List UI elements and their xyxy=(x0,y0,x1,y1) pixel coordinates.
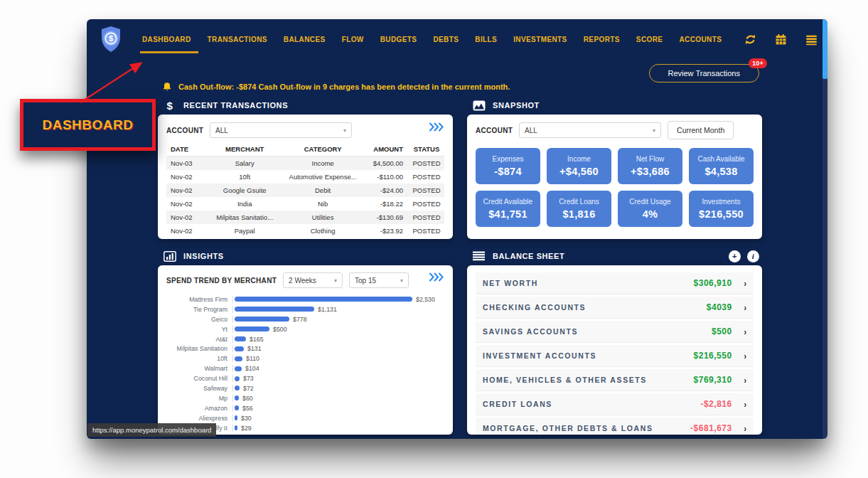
balance-row-checking-accounts[interactable]: CHECKING ACCOUNTS $4039 › xyxy=(476,297,754,319)
chart-row: Amazon $56 xyxy=(166,403,444,413)
nav-item-budgets[interactable]: BUDGETS xyxy=(380,36,417,43)
nav-item-score[interactable]: SCORE xyxy=(636,36,663,43)
chart-value-label: $104 xyxy=(245,365,259,372)
balance-row-investment-accounts[interactable]: INVESTMENT ACCOUNTS $216,550 › xyxy=(476,345,754,367)
chart-bar xyxy=(235,346,244,351)
nav-item-bills[interactable]: BILLS xyxy=(475,36,497,43)
chart-value-label: $72 xyxy=(243,385,254,392)
nav-item-accounts[interactable]: ACCOUNTS xyxy=(679,36,722,43)
bar-chart-icon xyxy=(164,251,176,262)
table-row: Nov-03SalaryIncome$4,500.00POSTED xyxy=(166,156,444,171)
chevron-right-icon: › xyxy=(744,399,746,410)
nav-item-reports[interactable]: REPORTS xyxy=(584,36,620,43)
account-label: ACCOUNT xyxy=(166,127,203,134)
snapshot-account-select[interactable]: ALL ▾ xyxy=(519,122,661,138)
chart-value-label: $30 xyxy=(241,415,252,422)
chevron-down-icon: ▾ xyxy=(392,277,403,284)
balance-label: HOME, VEHICLES & OTHER ASSETS xyxy=(483,376,694,384)
table-row: Nov-02PaypalClothing-$23.92POSTED xyxy=(166,224,444,238)
tx-body: Nov-03SalaryIncome$4,500.00POSTEDNov-021… xyxy=(166,156,444,238)
tile-value: 4% xyxy=(643,208,658,220)
nav-item-flow[interactable]: FLOW xyxy=(342,36,364,43)
section-title: RECENT TRANSACTIONS xyxy=(183,101,288,110)
alert-bar: Cash Out-flow: -$874 Cash Out-flow in 9 … xyxy=(162,82,510,92)
chart-bar xyxy=(235,415,237,420)
section-title: SNAPSHOT xyxy=(493,101,540,110)
tx-column-category: CATEGORY xyxy=(285,142,361,156)
nav-item-balances[interactable]: BALANCES xyxy=(284,36,326,43)
nav-item-debts[interactable]: DEBTS xyxy=(433,36,459,43)
chart-row: 10ft $110 xyxy=(166,354,444,363)
chart-bar xyxy=(235,386,240,391)
chart-bar xyxy=(235,326,269,331)
chart-row: Yt $500 xyxy=(166,324,444,334)
chart-row: Aliexpress $30 xyxy=(166,413,444,423)
chart-row: Mattress Firm $2,530 xyxy=(166,294,444,304)
snapshot-tile-income: Income +$4,560 xyxy=(547,148,611,184)
chart-bar xyxy=(235,336,246,341)
snapshot-tile-cash-available: Cash Available $4,538 xyxy=(689,148,754,184)
snapshot-card: ACCOUNT ALL ▾ Current Month Expenses -$8… xyxy=(467,115,762,239)
tx-column-amount: AMOUNT xyxy=(361,142,409,156)
chart-bar xyxy=(235,307,314,312)
info-icon[interactable]: i xyxy=(747,250,759,262)
balance-value: $216,550 xyxy=(694,351,732,361)
dashboard-callout-label: DASHBOARD xyxy=(43,117,134,133)
top-filter-select[interactable]: Top 15 ▾ xyxy=(349,272,409,288)
chevron-down-icon: ▾ xyxy=(326,277,337,284)
table-row: Nov-02Milpitas Sanitatio...Utilities-$13… xyxy=(166,211,444,224)
chart-category-label: 10ft xyxy=(166,355,232,362)
tile-label: Net Flow xyxy=(636,155,664,163)
chart-value-label: $110 xyxy=(246,355,259,362)
chevron-right-icon: › xyxy=(744,302,746,313)
transactions-table: DATEMERCHANTCATEGORYAMOUNTSTATUS Nov-03S… xyxy=(166,142,444,238)
balance-label: SAVINGS ACCOUNTS xyxy=(483,327,712,336)
chart-bar xyxy=(235,317,289,322)
balance-row-credit-loans[interactable]: CREDIT LOANS -$2,816 › xyxy=(476,393,754,415)
nav-items: DASHBOARDTRANSACTIONSBALANCESFLOWBUDGETS… xyxy=(142,36,722,43)
chart-value-label: $60 xyxy=(242,395,253,402)
add-account-icon[interactable]: + xyxy=(729,250,741,262)
scrollbar-thumb[interactable] xyxy=(823,19,827,79)
scrollbar-track[interactable] xyxy=(823,19,827,439)
period-filter-select[interactable]: 2 Weeks ▾ xyxy=(283,272,343,288)
nav-item-dashboard[interactable]: DASHBOARD xyxy=(142,36,191,43)
balance-row-home-vehicles-other-assets[interactable]: HOME, VEHICLES & OTHER ASSETS $769,310 › xyxy=(476,369,754,391)
balance-row-mortgage-other-debts-loans[interactable]: MORTGAGE, OTHER DEBTS & LOANS -$681,673 … xyxy=(476,418,754,435)
snapshot-header: SNAPSHOT xyxy=(467,96,762,115)
expand-insights-icon[interactable] xyxy=(429,272,444,282)
expand-transactions-icon[interactable] xyxy=(429,122,444,132)
snapshot-tile-net-flow: Net Flow +$3,686 xyxy=(618,148,682,184)
balance-row-savings-accounts[interactable]: SAVINGS ACCOUNTS $500 › xyxy=(476,321,754,343)
balance-sheet-header: BALANCE SHEET + i xyxy=(467,247,762,265)
balance-value: $769,310 xyxy=(694,375,732,385)
tx-column-status: STATUS xyxy=(409,142,444,156)
tile-label: Credit Available xyxy=(483,198,532,206)
snapshot-tile-expenses: Expenses -$874 xyxy=(476,148,540,184)
review-transactions-button[interactable]: Review Transactions 10+ xyxy=(649,64,760,83)
area-chart-icon xyxy=(473,100,486,111)
alert-text: Cash Out-flow: -$874 Cash Out-flow in 9 … xyxy=(178,83,510,91)
insights-header: INSIGHTS xyxy=(158,247,453,265)
calendar-icon[interactable] xyxy=(775,33,787,46)
chevron-right-icon: › xyxy=(744,278,746,289)
chart-bar xyxy=(235,297,412,302)
current-month-button[interactable]: Current Month xyxy=(668,121,734,139)
balance-value: $306,910 xyxy=(694,278,732,288)
right-column: SNAPSHOT ACCOUNT ALL ▾ Current Month Exp… xyxy=(467,96,762,435)
refresh-icon[interactable] xyxy=(744,33,756,46)
tile-value: $4,538 xyxy=(704,166,737,177)
nav-item-investments[interactable]: INVESTMENTS xyxy=(513,36,567,43)
chart-value-label: $73 xyxy=(243,375,254,382)
chart-bar xyxy=(235,405,239,410)
nav-item-transactions[interactable]: TRANSACTIONS xyxy=(208,36,267,43)
balance-row-net-worth[interactable]: NET WORTH $306,910 › xyxy=(476,272,754,294)
account-select[interactable]: ALL ▾ xyxy=(210,122,352,138)
chevron-down-icon: ▾ xyxy=(335,127,346,134)
tile-label: Investments xyxy=(702,198,741,206)
list-icon[interactable] xyxy=(805,33,818,46)
chart-value-label: $165 xyxy=(250,336,264,343)
chart-bar xyxy=(235,356,242,361)
chart-category-label: Yt xyxy=(166,326,232,333)
balance-label: CHECKING ACCOUNTS xyxy=(483,303,707,312)
